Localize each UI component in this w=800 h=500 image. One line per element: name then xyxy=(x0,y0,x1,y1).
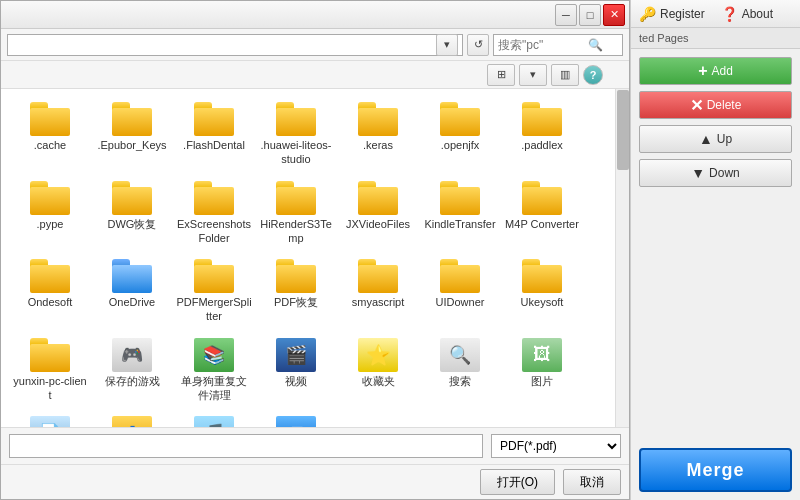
file-item[interactable]: 🖼图片 xyxy=(501,333,583,408)
folder-icon xyxy=(358,102,398,136)
file-label: HiRenderS3Temp xyxy=(258,217,334,246)
maximize-button[interactable]: □ xyxy=(579,4,601,26)
file-item[interactable]: DWG恢复 xyxy=(91,176,173,251)
file-label: M4P Converter xyxy=(505,217,579,231)
folder-icon xyxy=(30,259,70,293)
cancel-button[interactable]: 取消 xyxy=(563,469,621,495)
view-pane-button[interactable]: ▥ xyxy=(551,64,579,86)
view-dropdown-button[interactable]: ▾ xyxy=(519,64,547,86)
filename-input[interactable] xyxy=(9,434,483,458)
about-label: About xyxy=(742,7,773,21)
file-label: OneDrive xyxy=(109,295,155,309)
file-item[interactable]: HiRenderS3Temp xyxy=(255,176,337,251)
file-label: ExScreenshotsFolder xyxy=(176,217,252,246)
panel-content: + Add ✕ Delete ▲ Up ▼ Down xyxy=(631,49,800,448)
file-label: Ondesoft xyxy=(28,295,73,309)
file-label: PDF恢复 xyxy=(274,295,318,309)
file-label: 单身狗重复文件清理 xyxy=(176,374,252,403)
merge-button[interactable]: Merge xyxy=(639,448,792,492)
file-label: .huawei-liteos-studio xyxy=(258,138,334,167)
search-folder-icon: 🔍 xyxy=(440,338,480,372)
down-button[interactable]: ▼ Down xyxy=(639,159,792,187)
delete-icon: ✕ xyxy=(690,96,703,115)
file-item[interactable]: .paddlex xyxy=(501,97,583,172)
visited-pages-label: ted Pages xyxy=(631,28,800,49)
search-input[interactable] xyxy=(498,38,588,52)
scrollbar[interactable] xyxy=(615,89,629,427)
delete-label: Delete xyxy=(707,98,742,112)
delete-button[interactable]: ✕ Delete xyxy=(639,91,792,119)
folder-icon xyxy=(112,102,152,136)
file-item[interactable]: .keras xyxy=(337,97,419,172)
file-item[interactable]: JXVideoFiles xyxy=(337,176,419,251)
file-item[interactable]: PDFMergerSplitter xyxy=(173,254,255,329)
file-item[interactable]: PDF恢复 xyxy=(255,254,337,329)
register-button[interactable]: 🔑 Register xyxy=(639,6,705,22)
file-label: 图片 xyxy=(531,374,553,388)
file-label: UIDowner xyxy=(436,295,485,309)
up-label: Up xyxy=(717,132,732,146)
scrollbar-thumb[interactable] xyxy=(617,90,629,170)
file-item[interactable]: .Epubor_Keys xyxy=(91,97,173,172)
minimize-button[interactable]: ─ xyxy=(555,4,577,26)
filetype-select[interactable]: PDF(*.pdf) 所有文件(*.*) xyxy=(491,434,621,458)
view-grid-button[interactable]: ⊞ xyxy=(487,64,515,86)
bottom-bar: PDF(*.pdf) 所有文件(*.*) xyxy=(1,427,629,464)
game-icon: 🎮 xyxy=(112,338,152,372)
music-icon: 🎵 xyxy=(194,416,234,427)
action-bar: 打开(O) 取消 xyxy=(1,464,629,499)
file-item[interactable]: .openjfx xyxy=(419,97,501,172)
file-item[interactable]: 📄文档 xyxy=(9,411,91,427)
book-icon: 📚 xyxy=(194,338,234,372)
folder-icon xyxy=(440,181,480,215)
file-label: .cache xyxy=(34,138,66,152)
file-item[interactable]: yunxin-pc-client xyxy=(9,333,91,408)
folder-icon xyxy=(30,338,70,372)
file-item[interactable]: ExScreenshotsFolder xyxy=(173,176,255,251)
close-button[interactable]: ✕ xyxy=(603,4,625,26)
folder-icon xyxy=(276,102,316,136)
file-item[interactable]: 🎮保存的游戏 xyxy=(91,333,173,408)
file-item[interactable]: OneDrive xyxy=(91,254,173,329)
file-item[interactable]: Ondesoft xyxy=(9,254,91,329)
file-label: .paddlex xyxy=(521,138,563,152)
add-button[interactable]: + Add xyxy=(639,57,792,85)
help-button[interactable]: ? xyxy=(583,65,603,85)
file-item[interactable]: 🔍搜索 xyxy=(419,333,501,408)
file-item[interactable]: KindleTransfer xyxy=(419,176,501,251)
folder-icon xyxy=(112,259,152,293)
file-item[interactable]: .cache xyxy=(9,97,91,172)
folder-icon xyxy=(194,259,234,293)
open-button[interactable]: 打开(O) xyxy=(480,469,555,495)
file-item[interactable]: UIDowner xyxy=(419,254,501,329)
picture-icon: 🖼 xyxy=(522,338,562,372)
desktop-icon: 🖥 xyxy=(276,416,316,427)
folder-icon xyxy=(194,102,234,136)
add-label: Add xyxy=(711,64,732,78)
file-item[interactable]: smyascript xyxy=(337,254,419,329)
about-icon: ❓ xyxy=(721,6,738,22)
file-item[interactable]: 📚单身狗重复文件清理 xyxy=(173,333,255,408)
folder-icon xyxy=(30,181,70,215)
search-container: 🔍 xyxy=(493,34,623,56)
file-item[interactable]: M4P Converter xyxy=(501,176,583,251)
file-item[interactable]: Ukeysoft xyxy=(501,254,583,329)
doc-icon: 📄 xyxy=(30,416,70,427)
file-item[interactable]: .FlashDental xyxy=(173,97,255,172)
up-button[interactable]: ▲ Up xyxy=(639,125,792,153)
about-button[interactable]: ❓ About xyxy=(721,6,773,22)
file-label: KindleTransfer xyxy=(424,217,495,231)
file-item[interactable]: .pype xyxy=(9,176,91,251)
folder-icon xyxy=(440,259,480,293)
file-item[interactable]: 🎬视频 xyxy=(255,333,337,408)
register-icon: 🔑 xyxy=(639,6,656,22)
file-item[interactable]: ⬇下载 xyxy=(91,411,173,427)
file-item[interactable]: 🖥桌面 xyxy=(255,411,337,427)
file-item[interactable]: ⭐收藏夹 xyxy=(337,333,419,408)
folder-icon xyxy=(522,259,562,293)
file-item[interactable]: 🎵音乐 xyxy=(173,411,255,427)
file-item[interactable]: .huawei-liteos-studio xyxy=(255,97,337,172)
folder-icon xyxy=(276,259,316,293)
refresh-button[interactable]: ↺ xyxy=(467,34,489,56)
dropdown-arrow[interactable]: ▾ xyxy=(436,34,458,56)
